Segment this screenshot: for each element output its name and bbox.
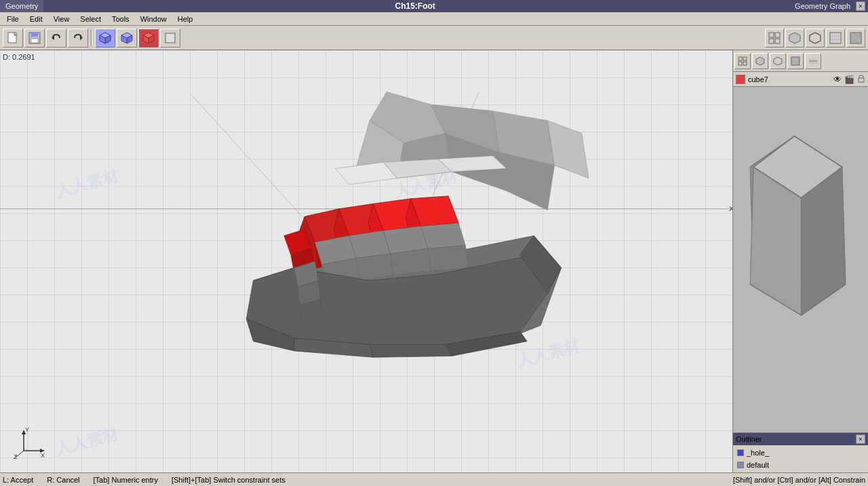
menu-file[interactable]: File	[1, 12, 24, 26]
view-front-button[interactable]	[138, 29, 159, 48]
svg-rect-23	[830, 33, 841, 43]
svg-marker-65	[421, 223, 466, 248]
svg-rect-2	[31, 33, 38, 37]
svg-marker-66	[428, 245, 469, 271]
right-toolbar	[733, 50, 868, 72]
svg-marker-61	[349, 231, 391, 259]
app-title-left: Geometry	[0, 0, 43, 12]
view-top-button[interactable]	[117, 29, 137, 48]
outliner-dot-1	[737, 462, 744, 468]
menu-help[interactable]: Help	[172, 12, 199, 26]
outliner-item-label-1: default	[747, 461, 769, 469]
rp-grid-icon[interactable]	[734, 53, 751, 69]
svg-text:x: x	[729, 204, 732, 213]
svg-rect-3	[31, 39, 38, 43]
object-name-bar: cube7 👁 🎬	[733, 72, 868, 87]
svg-marker-89	[774, 57, 782, 65]
outliner-close-button[interactable]: ×	[856, 434, 865, 444]
menu-tools[interactable]: Tools	[106, 12, 135, 26]
svg-marker-21	[789, 33, 800, 43]
scene-svg: x	[0, 50, 732, 472]
svg-text:Y: Y	[25, 426, 29, 433]
svg-rect-17	[769, 33, 774, 37]
outliner-item-1[interactable]: default	[734, 459, 867, 471]
app-title-text: Geometry	[5, 2, 38, 10]
outliner-panel: Outliner × _hole_ default	[733, 432, 868, 472]
object-name: cube7	[748, 75, 768, 83]
menu-select[interactable]: Select	[75, 12, 106, 26]
outliner-dot-0	[737, 449, 744, 456]
main-title-bar: Geometry Ch15:Foot Geometry Graph ×	[0, 0, 868, 12]
status-shift-tab: [Shift]+[Tab] Switch constraint sets	[172, 476, 285, 484]
menu-view[interactable]: View	[48, 12, 75, 26]
rp-wire-icon[interactable]	[770, 53, 786, 69]
status-cancel: R: Cancel	[47, 476, 79, 484]
content-area: D: 0.2691 人人素材 人人素材 人人素材 人人素材 x	[0, 50, 868, 472]
object-color-icon	[736, 75, 745, 84]
right-panel-title: Geometry Graph	[795, 2, 850, 10]
axis-indicator: Y X Z	[14, 425, 47, 459]
svg-rect-20	[775, 39, 780, 43]
menu-edit[interactable]: Edit	[24, 12, 48, 26]
status-tab: [Tab] Numeric entry	[94, 476, 158, 484]
svg-marker-22	[810, 33, 821, 43]
rp-solid-icon[interactable]	[752, 53, 768, 69]
svg-rect-87	[743, 62, 747, 65]
viewport-distance-info: D: 0.2691	[3, 53, 35, 61]
main-close-button[interactable]: ×	[856, 1, 865, 11]
viewport-3d[interactable]: D: 0.2691 人人素材 人人素材 人人素材 人人素材 x	[0, 50, 732, 472]
svg-text:Z: Z	[14, 453, 18, 459]
outliner-item-0[interactable]: _hole_	[734, 447, 867, 459]
svg-rect-84	[738, 57, 742, 60]
outliner-title-bar: Outliner ×	[733, 433, 868, 445]
camera-icon[interactable]: 🎬	[844, 75, 854, 84]
status-accept: L: Accept	[3, 476, 33, 484]
status-constrain: [Shift] and/or [Ctrl] and/or [Alt] Const…	[299, 476, 865, 484]
document-title: Ch15:Foot	[395, 1, 435, 11]
lock-icon[interactable]	[857, 75, 865, 84]
svg-rect-90	[791, 57, 800, 65]
toolbar	[0, 26, 868, 50]
rp-extra-icon[interactable]	[805, 53, 821, 69]
viewport-icon-render[interactable]	[846, 29, 865, 48]
viewport-icon-solid[interactable]	[785, 29, 804, 48]
viewport-icon-texture[interactable]	[826, 29, 845, 48]
svg-rect-19	[769, 39, 774, 43]
svg-rect-16	[165, 33, 175, 43]
svg-rect-86	[738, 62, 742, 65]
viewport-icon-grid[interactable]	[765, 29, 784, 48]
distance-value: D: 0.2691	[3, 53, 35, 61]
svg-marker-70	[370, 345, 452, 358]
svg-text:X: X	[41, 452, 45, 459]
menu-window[interactable]: Window	[135, 12, 172, 26]
outliner-item-label-0: _hole_	[747, 449, 769, 457]
viewport-icon-wire[interactable]	[806, 29, 825, 48]
rp-render-icon[interactable]	[787, 53, 804, 69]
view-side-button[interactable]	[160, 29, 180, 48]
save-button[interactable]	[24, 29, 45, 48]
main-title-center: Ch15:Foot	[43, 1, 787, 11]
undo-button[interactable]	[46, 29, 66, 48]
app-container: Geometry Ch15:Foot Geometry Graph × File…	[0, 0, 868, 486]
svg-rect-18	[775, 33, 780, 37]
svg-rect-85	[743, 57, 747, 60]
right-view[interactable]	[733, 87, 868, 432]
right-panel: cube7 👁 🎬	[732, 50, 868, 472]
svg-rect-94	[859, 78, 864, 82]
redo-button[interactable]	[68, 29, 88, 48]
menu-bar: File Edit View Select Tools Window Help	[0, 12, 868, 26]
outliner-content: _hole_ default	[733, 445, 868, 472]
toolbar-sep-1	[91, 30, 92, 46]
view-persp-button[interactable]	[95, 29, 115, 48]
new-button[interactable]	[3, 29, 23, 48]
outliner-title-text: Outliner	[736, 435, 762, 443]
svg-marker-88	[756, 57, 764, 65]
status-bar: L: Accept R: Cancel [Tab] Numeric entry …	[0, 472, 868, 486]
eye-icon[interactable]: 👁	[833, 75, 842, 84]
